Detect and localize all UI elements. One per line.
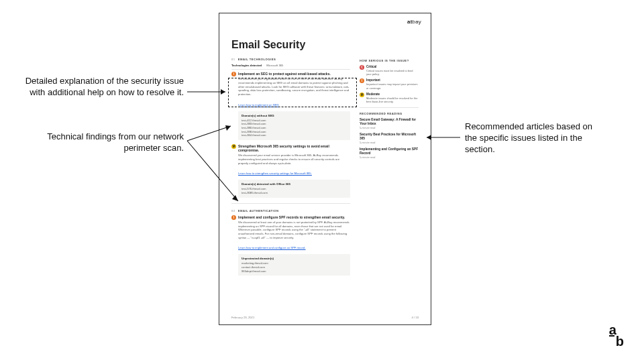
technologies-detected: Technologies detected·Microsoft 365 (231, 64, 350, 70)
brand-logo: atbay (407, 19, 421, 25)
section-divider (231, 203, 350, 204)
recommended-item[interactable]: Implementing and Configuring an SPF Reco… (360, 147, 419, 159)
severity-row: I Important Important issues may impact … (360, 78, 419, 89)
section-label: 02EMAIL AUTHENTICATION (231, 209, 350, 213)
corner-logo: a b (609, 326, 624, 345)
annotation-explanation: Detailed explanation of the security iss… (24, 76, 184, 99)
issue-body: We discovered your email service provide… (238, 154, 350, 165)
annotation-reading: Recommended articles based on the specif… (465, 121, 599, 156)
annotation-findings: Technical findings from our network peri… (24, 131, 184, 154)
severity-badge-critical: C (360, 65, 364, 70)
findings-box: Unprotected domain(s) marketing.thesid.c… (238, 254, 350, 276)
severity-badge-moderate: M (231, 144, 236, 149)
finding-item: test-3085.thesid.com (241, 191, 347, 195)
security-issue: M Strengthen Microsoft 365 security sett… (231, 144, 350, 198)
findings-box: Domain(s) detected with Office 365 test-… (238, 180, 350, 197)
sidebar-divider (360, 107, 419, 108)
severity-heading: HOW SERIOUS IS THE ISSUE? (360, 59, 419, 62)
finding-item: test-364.thesid.com (241, 133, 347, 137)
finding-item: 965dept.thesid.com (241, 269, 347, 274)
brand-bay: bay (413, 19, 422, 25)
footer-page-number: 4 / 10 (412, 316, 419, 319)
issue-title: Strengthen Microsoft 365 security settin… (238, 144, 350, 153)
issue-title: Implement an SEG to protect against emai… (238, 72, 350, 76)
severity-badge-important: I (360, 78, 364, 83)
issue-title: Implement and configure SPF records to s… (238, 215, 350, 219)
severity-row: M Moderate Moderate issues should be res… (360, 93, 419, 103)
severity-badge-moderate: M (360, 93, 364, 97)
report-page: atbay Email Security 01EMAIL TECHNOLOGIE… (219, 13, 431, 325)
learn-more-link[interactable]: Learn how to strengthen security setting… (238, 172, 312, 175)
footer-date: February 23, 2021 (231, 316, 254, 319)
severity-row: C Critical Critical issues must be resol… (360, 65, 419, 76)
issue-body: We discovered at least one of your domai… (238, 221, 350, 239)
section-label: 01EMAIL TECHNOLOGIES (231, 58, 350, 61)
findings-box: Domain(s) without SEG test-412.thesid.co… (238, 111, 350, 140)
sidebar-column: HOW SERIOUS IS THE ISSUE? C Critical Cri… (360, 58, 419, 280)
severity-badge-important: I (231, 72, 236, 76)
page-title: Email Security (231, 39, 419, 51)
learn-more-link[interactable]: Learn how to implement and configure an … (238, 246, 306, 249)
recommended-item[interactable]: Secure Email Gateway: A Firewall for You… (360, 118, 419, 129)
severity-badge-important: I (231, 215, 236, 220)
recommended-heading: RECOMMENDED READING (360, 112, 419, 115)
brand-at: at (407, 19, 413, 25)
recommended-item[interactable]: Security Best Practices for Microsoft 36… (360, 133, 419, 144)
issue-highlight-box (228, 78, 357, 107)
security-issue: I Implement and configure SPF records to… (231, 215, 350, 276)
